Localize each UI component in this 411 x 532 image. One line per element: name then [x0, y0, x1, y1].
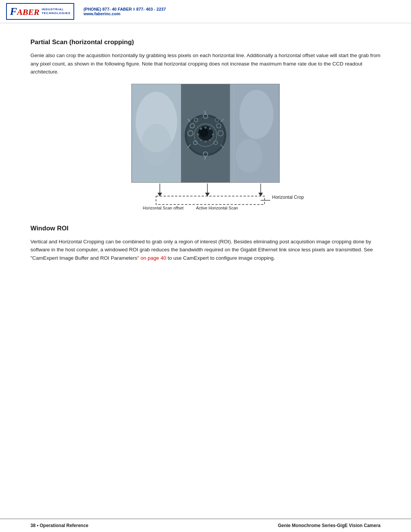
header-website: www.faberinc.com — [83, 11, 166, 16]
svg-point-17 — [200, 128, 202, 130]
svg-point-21 — [204, 141, 207, 143]
diagram-annotations: Horizontal Scan offset Active Horizontal… — [131, 183, 280, 213]
header-phone: (PHONE) 877- 40 FABER ◊ 877- 403 - 2237 — [83, 7, 166, 11]
footer-left: 38 • Operational Reference — [30, 523, 88, 528]
svg-point-22 — [209, 139, 211, 141]
annotation-svg: Horizontal Scan offset Active Horizontal… — [107, 183, 304, 213]
section2-body-part2: to use CamExpert to configure image crop… — [166, 255, 275, 261]
logo-f-letter: F — [10, 5, 17, 18]
logo-aber-text: ABER — [17, 7, 40, 17]
header-contact: (PHONE) 877- 40 FABER ◊ 877- 403 - 2237 … — [83, 7, 166, 16]
figure-container: Horizontal Scan offset Active Horizontal… — [131, 84, 280, 213]
section1-body: Genie also can crop the acquisition hori… — [30, 51, 381, 76]
svg-text:Active Horizontal Scan: Active Horizontal Scan — [196, 206, 238, 210]
section2-body: Vertical and Horizontal Cropping can be … — [30, 238, 381, 262]
section2-title: Window ROI — [30, 225, 381, 232]
svg-point-18 — [204, 126, 207, 129]
svg-point-19 — [209, 128, 211, 130]
svg-point-20 — [200, 139, 202, 141]
page-header: F ABER INDUSTRIAL TECHNOLOGIES (PHONE) 8… — [0, 0, 411, 23]
section-partial-scan: Partial Scan (horizontal cropping) Genie… — [30, 38, 381, 213]
main-content: Partial Scan (horizontal cropping) Genie… — [0, 23, 411, 285]
svg-text:Horizontal Crop: Horizontal Crop — [272, 195, 304, 200]
microscope-svg — [132, 84, 279, 182]
svg-point-5 — [141, 124, 171, 165]
svg-point-23 — [197, 133, 199, 136]
section-window-roi: Window ROI Vertical and Horizontal Cropp… — [30, 225, 381, 262]
section1-title: Partial Scan (horizontal cropping) — [30, 38, 381, 46]
logo-box: F ABER INDUSTRIAL TECHNOLOGIES — [6, 3, 74, 20]
svg-rect-51 — [156, 196, 264, 204]
svg-point-24 — [212, 133, 214, 136]
svg-text:Horizontal Scan offset: Horizontal Scan offset — [143, 206, 183, 210]
section2-link[interactable]: " on page 40 — [137, 255, 166, 261]
footer-right: Genie Monochrome Series-GigE Vision Came… — [278, 523, 381, 528]
logo-industrial: INDUSTRIAL — [41, 8, 70, 11]
microscope-image — [131, 84, 280, 183]
svg-point-42 — [236, 139, 262, 173]
figure-wrapper: Horizontal Scan offset Active Horizontal… — [30, 84, 381, 213]
logo-technologies: TECHNOLOGIES — [41, 11, 70, 15]
page-footer: 38 • Operational Reference Genie Monochr… — [0, 519, 411, 532]
logo-tagline: INDUSTRIAL TECHNOLOGIES — [41, 8, 70, 16]
svg-point-41 — [239, 90, 273, 139]
